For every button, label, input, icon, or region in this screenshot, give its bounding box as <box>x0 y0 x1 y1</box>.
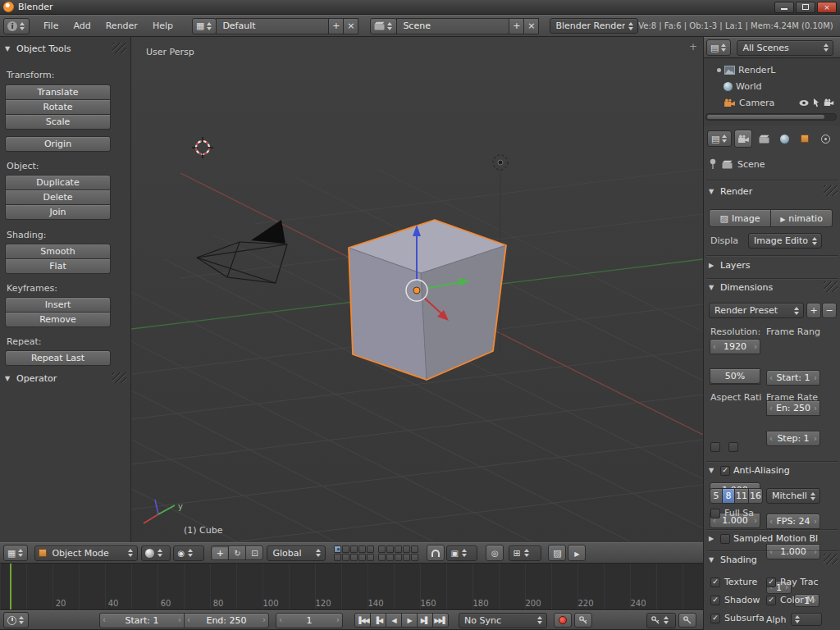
layer-button[interactable] <box>350 546 358 553</box>
preset-remove-button[interactable] <box>822 303 837 318</box>
pivot-point-select[interactable] <box>173 546 204 561</box>
shading-panel-header[interactable]: Shading <box>709 555 757 565</box>
panel-grip-icon[interactable] <box>824 281 838 292</box>
layers-panel-header[interactable]: Layers <box>709 260 750 271</box>
outliner-horizontal-scrollbar[interactable] <box>705 113 837 121</box>
play-reverse-button[interactable] <box>386 613 402 628</box>
translate-button[interactable]: Translate <box>5 84 111 100</box>
scene-browse-button[interactable] <box>370 18 397 34</box>
layer-button[interactable] <box>411 554 418 561</box>
outliner-item-camera[interactable]: Camera <box>704 94 840 111</box>
editor-type-button-3dview[interactable] <box>3 545 28 561</box>
scrollbar-thumb[interactable] <box>707 115 824 119</box>
join-button[interactable]: Join <box>5 204 111 220</box>
play-button[interactable] <box>401 613 418 628</box>
screen-add-button[interactable] <box>328 18 344 34</box>
scene-name-field[interactable]: Scene <box>396 18 509 34</box>
frame-step-slider[interactable]: Step: 1 <box>766 431 820 446</box>
layer-button[interactable] <box>358 546 366 553</box>
proportional-edit-button[interactable] <box>486 545 504 561</box>
smooth-button[interactable]: Smooth <box>5 244 111 259</box>
antialiasing-checkbox[interactable] <box>720 466 730 476</box>
screen-browse-button[interactable] <box>192 18 217 34</box>
layer-button[interactable] <box>342 546 349 553</box>
layer-button[interactable] <box>395 546 402 553</box>
dimensions-panel-header[interactable]: Dimensions <box>709 282 773 293</box>
jump-next-keyframe-button[interactable] <box>417 613 433 628</box>
record-button[interactable] <box>554 613 572 628</box>
duplicate-button[interactable]: Duplicate <box>5 175 111 190</box>
display-mode-select[interactable]: Image Edito <box>748 233 822 249</box>
remove-keyframe-button[interactable]: Remove <box>5 312 111 327</box>
motion-blur-checkbox[interactable] <box>720 534 730 544</box>
aa-samples-11-button[interactable]: 11 <box>734 488 749 504</box>
menu-add[interactable]: Add <box>66 16 98 36</box>
jump-prev-keyframe-button[interactable] <box>370 613 386 628</box>
snap-element-select[interactable] <box>446 546 477 561</box>
mode-select[interactable]: Object Mode <box>34 546 138 561</box>
preset-add-button[interactable] <box>806 303 821 318</box>
render-animation-button[interactable]: nimatio <box>770 209 833 227</box>
full-sample-checkbox[interactable] <box>710 509 720 518</box>
screen-name-field[interactable]: Default <box>216 18 329 34</box>
panel-grip-icon[interactable] <box>112 372 126 383</box>
opengl-render-image-button[interactable] <box>548 545 566 561</box>
color-management-checkbox[interactable] <box>766 596 776 605</box>
camera-object[interactable] <box>197 220 287 283</box>
screen-delete-button[interactable] <box>343 18 358 34</box>
shadow-checkbox[interactable] <box>710 596 720 605</box>
layer-button[interactable] <box>342 554 349 561</box>
render-presets-select[interactable]: Render Preset <box>709 303 804 318</box>
tab-object[interactable] <box>796 130 814 148</box>
manipulator-rotate-button[interactable] <box>228 546 246 560</box>
scene-add-button[interactable] <box>509 18 524 34</box>
rotate-button[interactable]: Rotate <box>5 99 111 115</box>
subsurface-checkbox[interactable] <box>710 614 720 623</box>
current-frame-indicator[interactable] <box>10 564 11 609</box>
editor-type-button-timeline[interactable] <box>3 612 29 628</box>
tab-scene[interactable] <box>755 130 773 148</box>
layer-button[interactable] <box>367 554 374 561</box>
minimize-button[interactable] <box>774 2 794 13</box>
repeat-last-button[interactable]: Repeat Last <box>5 350 111 366</box>
fps-slider[interactable]: FPS: 24 <box>766 514 820 529</box>
current-frame-field[interactable]: 1 <box>276 613 343 628</box>
aa-samples-5-button[interactable]: 5 <box>710 488 723 504</box>
crop-checkbox[interactable] <box>728 442 738 452</box>
panel-grip-icon[interactable] <box>824 554 838 564</box>
render-panel-header[interactable]: Render <box>709 186 752 197</box>
keying-set-select[interactable] <box>509 546 541 561</box>
region-split-icon[interactable] <box>687 41 699 52</box>
border-checkbox[interactable] <box>710 442 720 452</box>
aa-samples-8-button[interactable]: 8 <box>722 488 735 504</box>
keying-set-select-timeline[interactable] <box>646 613 676 628</box>
resolution-x-slider[interactable]: 1920 <box>710 339 760 354</box>
delete-button[interactable]: Delete <box>5 189 111 205</box>
panel-grip-icon[interactable] <box>112 43 126 53</box>
texture-checkbox[interactable] <box>710 578 720 587</box>
selectable-cursor-icon[interactable] <box>813 98 819 107</box>
scale-button[interactable]: Scale <box>5 114 111 130</box>
frame-end-slider[interactable]: End: 250 <box>184 613 269 628</box>
viewport-3d[interactable]: y User Persp (1) Cube <box>131 37 703 542</box>
scene-delete-button[interactable] <box>523 18 539 34</box>
jump-to-end-button[interactable] <box>432 613 449 628</box>
frame-start-slider[interactable]: Start: 1 <box>99 613 185 628</box>
render-engine-select[interactable]: Blender Render <box>550 18 638 34</box>
object-tools-panel-header[interactable]: Object Tools <box>5 43 71 54</box>
antialiasing-panel-header[interactable]: Anti-Aliasing <box>709 465 790 476</box>
opengl-render-animation-button[interactable] <box>568 545 586 561</box>
panel-grip-icon[interactable] <box>824 185 838 196</box>
ray-tracing-checkbox[interactable] <box>766 578 776 587</box>
close-button[interactable] <box>817 2 837 13</box>
outliner-scope-select[interactable]: All Scenes <box>737 40 833 56</box>
layer-button[interactable] <box>395 554 402 561</box>
visibility-eye-icon[interactable] <box>799 99 809 107</box>
jump-to-start-button[interactable] <box>354 613 371 628</box>
layer-button[interactable] <box>386 546 394 553</box>
editor-type-button-info[interactable] <box>3 18 30 34</box>
pin-icon[interactable] <box>709 158 717 170</box>
tab-physics[interactable] <box>816 130 834 148</box>
menu-help[interactable]: Help <box>145 16 180 36</box>
operator-panel-header[interactable]: Operator <box>5 373 57 384</box>
